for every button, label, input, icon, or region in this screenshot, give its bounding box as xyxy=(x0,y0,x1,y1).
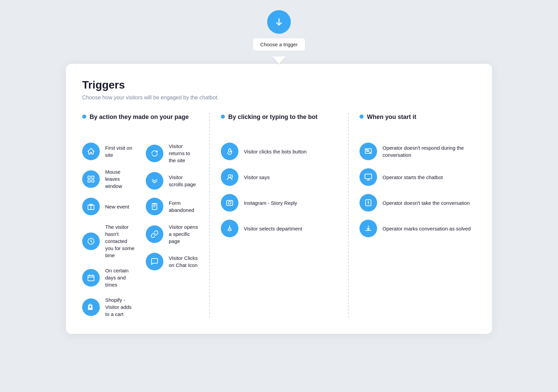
no-chat-icon xyxy=(364,147,372,155)
trigger-visitor-selects-dept[interactable]: Visitor selects department xyxy=(221,220,337,237)
svg-point-14 xyxy=(230,229,232,231)
fork-icon xyxy=(226,224,234,232)
mouse-leaves-label: Mouse leaves window xyxy=(105,168,135,190)
first-visit-label: First visit on site xyxy=(105,144,135,158)
svg-rect-0 xyxy=(88,176,90,178)
shopify-icon-bg xyxy=(82,298,100,316)
trigger-operator-marks-solved[interactable]: Operator marks conversation as solved xyxy=(359,220,476,237)
visitor-selects-dept-label: Visitor selects department xyxy=(244,225,302,232)
trigger-certain-days[interactable]: On certain days and times xyxy=(82,267,135,288)
visitor-clicks-chat-label: Visitor Clicks on Chat Icon xyxy=(169,254,199,269)
hasnt-contacted-label: The visitor hasn't contacted you for som… xyxy=(105,223,135,259)
visitor-says-icon-bg xyxy=(221,168,238,186)
visitor-scrolls-label: Visitor scrolls page xyxy=(169,174,199,188)
visitor-says-label: Visitor says xyxy=(244,174,270,181)
speaker-icon xyxy=(226,173,234,181)
clock-icon xyxy=(87,237,95,245)
col-start-title: When you start it xyxy=(367,113,416,121)
svg-point-8 xyxy=(228,175,231,177)
expand-icon xyxy=(87,175,95,183)
operator-no-take-label: Operator doesn't take the conversation xyxy=(382,199,470,206)
trigger-visitor-opens-page[interactable]: Visitor opens a specific page xyxy=(146,223,199,245)
trigger-operator-no-respond[interactable]: Operator doesn't respond during the conv… xyxy=(359,143,476,160)
operator-marks-solved-label: Operator marks conversation as solved xyxy=(382,225,471,232)
trigger-operator-starts[interactable]: Operator starts the chatbot xyxy=(359,168,476,186)
operator-starts-icon-bg xyxy=(359,168,377,186)
trigger-visitor-says[interactable]: Visitor says xyxy=(221,168,337,186)
col-clicking-list: Visitor clicks the bots button Visitor s… xyxy=(221,143,337,237)
download-icon xyxy=(364,224,372,232)
panel-subtitle: Choose how your visitors will be engaged… xyxy=(82,95,476,101)
visitor-scrolls-icon-bg xyxy=(146,172,163,190)
visitor-clicks-bots-icon-bg xyxy=(221,143,238,160)
mouse-leaves-icon-bg xyxy=(82,170,100,188)
alert-icon xyxy=(364,199,372,207)
new-event-icon-bg xyxy=(82,198,100,215)
gift-icon xyxy=(87,202,95,211)
col-action-title: By action they made on your page xyxy=(90,113,189,121)
trigger-visitor-clicks-chat[interactable]: Visitor Clicks on Chat Icon xyxy=(146,253,199,270)
col-clicking: By clicking or typing to the bot Visitor… xyxy=(221,113,349,318)
home-icon xyxy=(87,147,95,155)
form-abandoned-icon-bg xyxy=(146,198,163,215)
calendar-icon xyxy=(87,274,95,282)
triggers-panel: Triggers Choose how your visitors will b… xyxy=(66,64,492,334)
svg-point-11 xyxy=(231,201,232,202)
visitor-selects-dept-icon-bg xyxy=(221,220,238,237)
visitor-returns-label: Visitor returns to the site xyxy=(169,143,199,164)
trigger-new-event[interactable]: New event xyxy=(82,198,135,215)
col-start-header: When you start it xyxy=(359,113,476,132)
trigger-mouse-leaves[interactable]: Mouse leaves window xyxy=(82,168,135,190)
clipboard-icon xyxy=(150,202,159,211)
col-action-header: By action they made on your page xyxy=(82,113,199,132)
trigger-circle-button[interactable] xyxy=(267,10,291,34)
col-start: When you start it Operator doesn't respo… xyxy=(359,113,476,318)
svg-rect-6 xyxy=(88,275,94,281)
instagram-story-icon-bg xyxy=(221,194,238,212)
visitor-clicks-bots-label: Visitor clicks the bots button xyxy=(244,148,307,155)
trigger-columns: By action they made on your page First v… xyxy=(82,113,476,318)
camera-icon xyxy=(226,199,234,207)
panel-arrow xyxy=(272,56,286,64)
col-action: By action they made on your page First v… xyxy=(82,113,210,318)
visitor-opens-page-icon-bg xyxy=(146,225,163,243)
shopify-label: Shopify - Visitor adds to a cart xyxy=(105,296,135,318)
operator-no-take-icon-bg xyxy=(359,194,377,212)
svg-rect-3 xyxy=(88,180,90,182)
operator-marks-solved-icon-bg xyxy=(359,220,377,237)
chat-icon xyxy=(150,258,159,266)
new-event-label: New event xyxy=(105,203,129,210)
svg-point-12 xyxy=(229,227,230,228)
trigger-instagram-story[interactable]: Instagram - Story Reply xyxy=(221,194,337,212)
col-clicking-header: By clicking or typing to the bot xyxy=(221,113,337,132)
col-clicking-dot xyxy=(221,115,225,119)
link-icon xyxy=(150,230,159,238)
visitor-clicks-chat-icon-bg xyxy=(146,253,163,270)
trigger-visitor-clicks-bots[interactable]: Visitor clicks the bots button xyxy=(221,143,337,160)
col-start-dot xyxy=(359,115,364,119)
arrow-down-icon xyxy=(274,17,284,27)
visitor-opens-page-label: Visitor opens a specific page xyxy=(169,223,199,245)
scroll-icon xyxy=(150,177,159,185)
visitor-returns-icon-bg xyxy=(146,145,163,162)
touch-icon xyxy=(226,147,234,155)
trigger-operator-no-take[interactable]: Operator doesn't take the conversation xyxy=(359,194,476,212)
trigger-visitor-scrolls[interactable]: Visitor scrolls page xyxy=(146,172,199,190)
hasnt-contacted-icon-bg xyxy=(82,232,100,250)
svg-point-10 xyxy=(228,201,231,204)
panel-title: Triggers xyxy=(82,79,476,91)
svg-rect-2 xyxy=(92,180,94,182)
trigger-hasnt-contacted[interactable]: The visitor hasn't contacted you for som… xyxy=(82,223,135,259)
trigger-first-visit[interactable]: First visit on site xyxy=(82,143,135,160)
col-clicking-title: By clicking or typing to the bot xyxy=(228,113,318,121)
trigger-shopify-cart[interactable]: Shopify - Visitor adds to a cart xyxy=(82,296,135,318)
choose-trigger-label[interactable]: Choose a trigger xyxy=(253,38,306,51)
operator-no-respond-icon-bg xyxy=(359,143,377,160)
trigger-form-abandoned[interactable]: Form abandoned xyxy=(146,198,199,215)
refresh-icon xyxy=(150,149,159,157)
operator-no-respond-label: Operator doesn't respond during the conv… xyxy=(382,144,476,158)
col-start-list: Operator doesn't respond during the conv… xyxy=(359,143,476,237)
col-action-inner: First visit on site Mouse leaves window xyxy=(82,143,199,318)
trigger-visitor-returns[interactable]: Visitor returns to the site xyxy=(146,143,199,164)
shopify-icon xyxy=(87,303,95,311)
